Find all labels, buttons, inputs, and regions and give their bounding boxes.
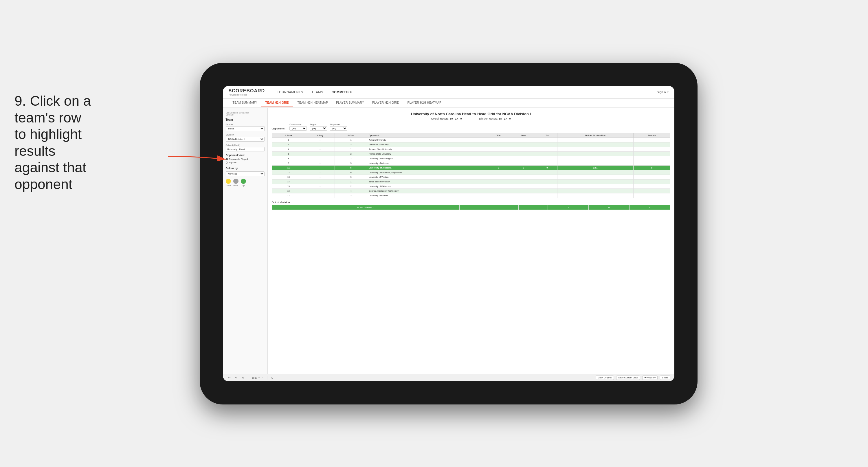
division-record-label: Division Record: 88 - 17 - 0: [479, 117, 511, 120]
table-row[interactable]: 14-1Texas Tech University: [272, 179, 670, 184]
cell-conf: 4: [335, 188, 367, 193]
tablet-screen: SCOREBOARD Powered by clippi TOURNAMENTS…: [223, 86, 674, 381]
cell-opponent: University of Florida: [367, 193, 487, 198]
cell-opponent: Arizona State University: [367, 147, 487, 151]
filter-row: Opponents: Conference (All) Region (All): [272, 123, 670, 130]
subnav-team-summary[interactable]: TEAM SUMMARY: [229, 99, 261, 107]
cell-rounds: [633, 151, 670, 156]
cell-loss: [510, 142, 537, 147]
subnav-team-h2h-heatmap[interactable]: TEAM H2H HEATMAP: [293, 99, 332, 107]
cell-opponent: University of Alabama: [367, 165, 487, 170]
nav-link-tournaments[interactable]: TOURNAMENTS: [276, 89, 304, 95]
out-div-row[interactable]: NCAA Division II 1 0 0: [272, 205, 670, 210]
radio-top-100[interactable]: Top 100: [226, 161, 265, 164]
radio-dot-top100: [226, 162, 228, 164]
cell-loss: [510, 193, 537, 198]
toolbar-sep2: |: [267, 376, 268, 380]
opponent-filter-select[interactable]: (All): [330, 126, 347, 130]
cell-win: [487, 142, 510, 147]
save-custom-view-btn[interactable]: Save Custom View: [616, 376, 640, 380]
cell-reg: -: [305, 138, 335, 142]
nav-link-teams[interactable]: TEAMS: [311, 89, 323, 95]
cell-rank: 9: [272, 161, 305, 165]
out-div-tie: 1: [548, 205, 589, 210]
cell-rank: 14: [272, 179, 305, 184]
view-original-btn[interactable]: View: Original: [596, 376, 614, 380]
colour-by-select[interactable]: Win/loss: [226, 171, 265, 176]
subnav-player-h2h-grid[interactable]: PLAYER H2H GRID: [368, 99, 403, 107]
school-value[interactable]: University of Nort...: [226, 147, 265, 151]
cell-rounds: [633, 147, 670, 151]
table-row[interactable]: 4-1Arizona State University: [272, 147, 670, 151]
conference-filter-select[interactable]: (All): [289, 126, 307, 130]
subnav-team-h2h-grid[interactable]: TEAM H2H GRID: [261, 99, 293, 107]
table-row[interactable]: 9-3University of Arizona: [272, 161, 670, 165]
cell-reg: -: [305, 175, 335, 179]
table-row[interactable]: 6-2Florida State University: [272, 151, 670, 156]
cell-rounds: [633, 142, 670, 147]
last-updated-date: Last Updated: 27/03/2024: [226, 112, 249, 114]
division-select[interactable]: NCAA Division I: [226, 137, 265, 142]
table-row[interactable]: 12-6University of Arkansas, Fayetteville: [272, 170, 670, 175]
nav-bar: SCOREBOARD Powered by clippi TOURNAMENTS…: [223, 86, 674, 99]
nav-link-committee[interactable]: COMMITTEE: [331, 89, 353, 95]
cell-diff: [557, 161, 633, 165]
cell-win: [487, 184, 510, 188]
colour-label-level: Level: [233, 184, 238, 186]
cell-tie: [537, 151, 557, 156]
main-content: Last Updated: 27/03/2024 16:55:38 Team G…: [223, 108, 674, 374]
sign-out-link[interactable]: Sign out: [657, 90, 668, 94]
watch-btn[interactable]: 👁 Watch ▾: [642, 376, 658, 380]
subnav-player-summary[interactable]: PLAYER SUMMARY: [332, 99, 368, 107]
cell-rounds: [633, 156, 670, 161]
conference-filter-label: Conference: [289, 123, 307, 126]
logo-subtitle: Powered by clippi: [229, 93, 265, 96]
step-number: 9.: [14, 93, 26, 109]
table-row[interactable]: 3-2Vanderbilt University: [272, 142, 670, 147]
colour-dot-down: [226, 179, 231, 184]
opponent-view-title: Opponent View: [226, 154, 265, 157]
colour-dot-level: [233, 179, 239, 184]
cell-rank: 13: [272, 175, 305, 179]
cell-opponent: University of Virginia: [367, 175, 487, 179]
cell-opponent: Vanderbilt University: [367, 142, 487, 147]
table-row[interactable]: 17-3University of Florida: [272, 193, 670, 198]
cell-rounds: [633, 175, 670, 179]
cell-win: [487, 161, 510, 165]
gender-select[interactable]: Men's: [226, 126, 265, 131]
cell-reg: -: [305, 170, 335, 175]
colour-label-down: Down: [226, 184, 231, 186]
cell-reg: -: [305, 184, 335, 188]
radio-opponents-played[interactable]: Opponents Played: [226, 158, 265, 160]
cell-tie: [537, 142, 557, 147]
opponent-filter-label: Opponent: [330, 123, 347, 126]
clock-icon: ⏱: [270, 376, 275, 380]
last-updated-time: 16:55:38: [226, 114, 234, 116]
table-row[interactable]: 11-5University of Alabama3002.618: [272, 165, 670, 170]
logo-area: SCOREBOARD Powered by clippi: [229, 88, 265, 96]
subnav-player-h2h-heatmap[interactable]: PLAYER H2H HEATMAP: [403, 99, 445, 107]
out-div-name: [459, 205, 489, 210]
redo-btn[interactable]: ↪: [234, 376, 239, 380]
col-loss: Loss: [510, 133, 537, 138]
table-row[interactable]: 2-1Auburn University: [272, 138, 670, 142]
table-row[interactable]: 15-2University of Oklahoma: [272, 184, 670, 188]
undo-btn[interactable]: ↩: [227, 376, 231, 380]
table-row[interactable]: 16-4Georgia Institute of Technology: [272, 188, 670, 193]
cell-reg: -: [305, 147, 335, 151]
table-row[interactable]: 8-2University of Washington: [272, 156, 670, 161]
cell-rounds: [633, 138, 670, 142]
out-of-division-header: Out of division: [272, 201, 670, 204]
colour-legend: Down Level Up: [226, 179, 265, 186]
cell-conf: 1: [335, 179, 367, 184]
reset-btn[interactable]: ↺: [241, 376, 245, 380]
overall-record-text: Overall Record:: [431, 117, 449, 120]
cell-rounds: [633, 188, 670, 193]
cell-loss: [510, 161, 537, 165]
share-btn[interactable]: Share: [660, 376, 670, 380]
opponents-label: Opponents:: [272, 127, 286, 130]
table-row[interactable]: 13-3University of Virginia: [272, 175, 670, 179]
cell-conf: 2: [335, 151, 367, 156]
cell-conf: 2: [335, 142, 367, 147]
region-filter-select[interactable]: (All): [310, 126, 327, 130]
